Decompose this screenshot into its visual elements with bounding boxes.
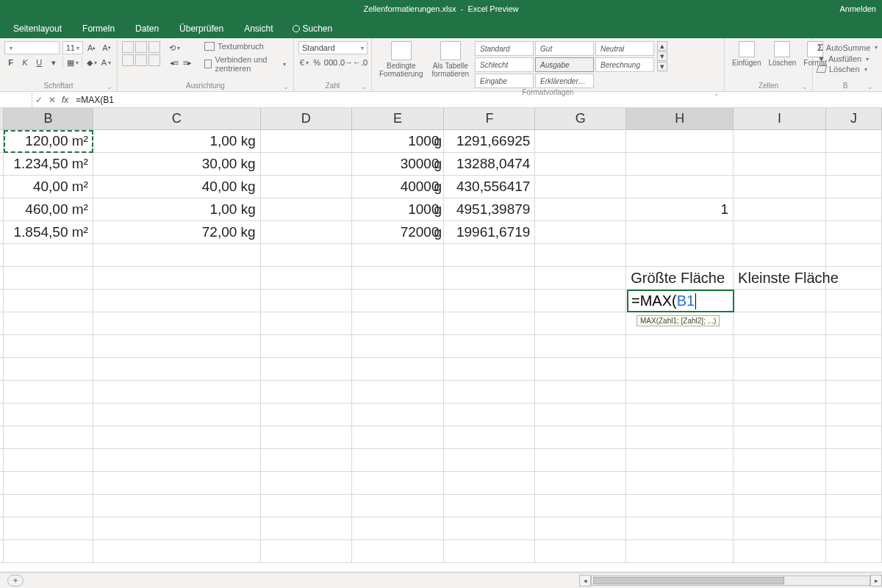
cell[interactable] (826, 312, 882, 335)
font-size-dropdown[interactable]: 11▾ (62, 41, 83, 54)
cell[interactable] (261, 312, 352, 335)
cell[interactable] (535, 335, 626, 358)
cell-J7[interactable] (826, 267, 882, 290)
enter-formula-icon[interactable]: ✕ (46, 92, 59, 107)
cell[interactable] (444, 449, 535, 472)
cell[interactable] (535, 449, 626, 472)
style-neutral[interactable]: Neutral (595, 41, 654, 56)
col-header-H[interactable]: H (626, 108, 734, 129)
fill-button[interactable]: ▼Ausfüllen▾ (817, 54, 873, 64)
cell[interactable] (352, 472, 445, 495)
cell[interactable] (626, 540, 734, 563)
cell[interactable] (826, 517, 882, 540)
cell[interactable] (444, 381, 535, 404)
cell-H7[interactable]: Größte Fläche (626, 267, 734, 290)
alignment-grid[interactable] (122, 41, 160, 66)
cell-D7[interactable] (261, 267, 352, 290)
cell-F5[interactable]: g19961,6719 (444, 221, 535, 244)
cell[interactable] (734, 312, 826, 335)
cell[interactable] (93, 312, 261, 335)
cell-F6[interactable] (444, 244, 535, 267)
cell[interactable] (444, 358, 535, 381)
autosum-button[interactable]: ΣAutoSumme▾ (817, 41, 873, 54)
tab-pagelayout[interactable]: Seitenlayout (3, 19, 72, 38)
cell-C7[interactable] (93, 267, 261, 290)
gallery-up-icon[interactable]: ▴ (657, 41, 667, 51)
cell-E1[interactable]: 1000 (352, 130, 445, 153)
cell-F4[interactable]: g4951,39879 (444, 198, 535, 221)
cell[interactable] (535, 472, 626, 495)
grow-font-icon[interactable]: A▴ (86, 41, 98, 54)
cell[interactable] (352, 449, 445, 472)
cell-B2[interactable]: 1.234,50 m² (4, 153, 93, 176)
cell-I3[interactable] (734, 176, 826, 198)
col-header-D[interactable]: D (261, 108, 352, 129)
cell[interactable] (734, 335, 826, 358)
cell-H6[interactable] (626, 244, 734, 267)
style-ausgabe[interactable]: Ausgabe (535, 57, 594, 72)
cell[interactable] (352, 540, 445, 563)
cell[interactable] (352, 426, 445, 449)
cell-D1[interactable] (261, 130, 352, 153)
cell[interactable] (261, 358, 352, 381)
cell[interactable] (734, 381, 826, 404)
cell-J2[interactable] (826, 153, 882, 176)
cell-G8[interactable] (535, 290, 626, 312)
cell[interactable] (261, 472, 352, 495)
decrease-indent-button[interactable]: ◂≡ (168, 56, 181, 69)
cell-C4[interactable]: 1,00 kg (93, 198, 261, 221)
cell-D2[interactable] (261, 153, 352, 176)
cell[interactable] (352, 381, 445, 404)
cell[interactable] (535, 358, 626, 381)
increase-decimal-button[interactable]: .0→ (339, 56, 352, 69)
cell[interactable] (261, 517, 352, 540)
cell-D6[interactable] (261, 244, 352, 267)
cell[interactable] (626, 358, 734, 381)
style-standard[interactable]: Standard (475, 41, 534, 56)
cell[interactable] (626, 517, 734, 540)
clear-button[interactable]: Löschen▾ (817, 64, 873, 74)
cell-E4[interactable]: 1000 (352, 198, 445, 221)
cell[interactable] (826, 472, 882, 495)
cell[interactable] (626, 426, 734, 449)
fill-color-button[interactable]: ◆▾ (85, 56, 98, 69)
font-color-button[interactable]: A▾ (100, 56, 112, 69)
cell[interactable] (261, 335, 352, 358)
cell[interactable] (535, 426, 626, 449)
cell[interactable] (444, 312, 535, 335)
cell-J3[interactable] (826, 176, 882, 198)
cell-H5[interactable] (626, 221, 734, 244)
cell-E2[interactable]: 30000 (352, 153, 445, 176)
cell[interactable] (93, 472, 261, 495)
cell-H4[interactable]: 1 (626, 198, 734, 221)
cell[interactable] (734, 495, 826, 517)
cell[interactable] (4, 404, 93, 426)
bold-button[interactable]: F (4, 56, 17, 69)
cell[interactable] (4, 381, 93, 404)
scroll-track[interactable] (591, 576, 870, 586)
cell[interactable] (93, 517, 261, 540)
cell[interactable] (261, 404, 352, 426)
cell[interactable] (261, 540, 352, 563)
cell-B5[interactable]: 1.854,50 m² (4, 221, 93, 244)
cell[interactable] (352, 404, 445, 426)
cell-D3[interactable] (261, 176, 352, 198)
cell[interactable] (93, 449, 261, 472)
cell-B1[interactable]: 120,00 m² (4, 130, 93, 153)
active-cell-editor[interactable]: =MAX(B1 (627, 290, 734, 312)
cell[interactable] (444, 335, 535, 358)
cell-C6[interactable] (93, 244, 261, 267)
font-name-dropdown[interactable]: ▾ (4, 41, 60, 54)
cell-G2[interactable] (535, 153, 626, 176)
col-header-F[interactable]: F (444, 108, 535, 129)
comma-button[interactable]: 000 (324, 56, 337, 69)
italic-button[interactable]: K (18, 56, 31, 69)
col-header-G[interactable]: G (535, 108, 626, 129)
cell-G4[interactable] (535, 198, 626, 221)
cell-I2[interactable] (734, 153, 826, 176)
cell[interactable] (4, 540, 93, 563)
cell-J6[interactable] (826, 244, 882, 267)
cell-C3[interactable]: 40,00 kg (93, 176, 261, 198)
name-box[interactable] (0, 92, 32, 107)
cell[interactable] (444, 517, 535, 540)
